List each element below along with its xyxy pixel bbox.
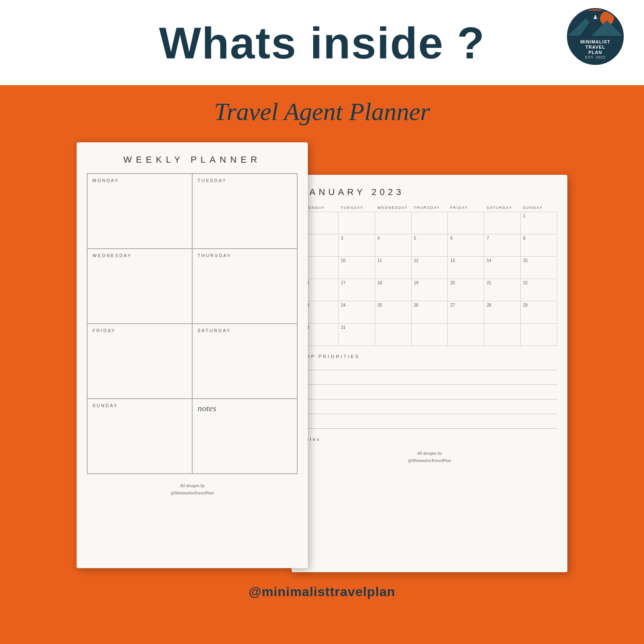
col-sunday: SUNDAY — [521, 204, 557, 212]
monthly-footer: All designs by @MinimalistTravelPlan — [302, 450, 557, 464]
calendar-week-0: 1 — [302, 212, 557, 234]
planners-row: WEEKLY PLANNER MONDAY TUESDAY WEDNESDAY … — [60, 142, 584, 572]
priority-line-2 — [302, 378, 557, 385]
calendar-day-4-5: 28 — [484, 301, 521, 324]
calendar-day-0-1 — [338, 212, 375, 234]
calendar-day-4-1: 24 — [338, 301, 375, 324]
calendar-day-1-5: 7 — [484, 234, 521, 257]
calendar-day-3-1: 17 — [338, 279, 375, 301]
calendar-day-3-2: 18 — [375, 279, 411, 301]
priority-line-1 — [302, 363, 557, 370]
calendar-day-3-3: 19 — [411, 279, 448, 301]
calendar-day-0-6: 1 — [521, 212, 557, 234]
day-monday: MONDAY — [87, 174, 192, 249]
calendar-day-1-4: 6 — [448, 234, 484, 257]
col-saturday: SATURDAY — [484, 204, 521, 212]
calendar-day-3-4: 20 — [448, 279, 484, 301]
day-wednesday: WEDNESDAY — [87, 249, 192, 324]
calendar-day-5-1: 31 — [338, 324, 375, 346]
calendar-day-2-1: 10 — [338, 257, 375, 279]
content-section: Travel Agent Planner WEEKLY PLANNER MOND… — [0, 85, 644, 644]
calendar-day-4-4: 27 — [448, 301, 484, 324]
day-tuesday: TUESDAY — [192, 174, 297, 249]
calendar-day-4-6: 29 — [521, 301, 557, 324]
month-title: JANUARY 2023 — [302, 187, 557, 197]
calendar-day-2-3: 12 — [411, 257, 448, 279]
monthly-footer-line2: @MinimalistTravelPlan — [302, 457, 557, 464]
monthly-footer-line1: All designs by — [302, 450, 557, 457]
notes-title: notes — [302, 437, 557, 442]
calendar-day-4-3: 26 — [411, 301, 448, 324]
col-friday: FRIDAY — [448, 204, 484, 212]
notes-cell: notes — [192, 399, 297, 474]
section-subtitle: Travel Agent Planner — [214, 97, 430, 126]
logo-mountain-graphic — [568, 9, 623, 36]
weekly-footer-line2: @MinimalistTravelPlan — [87, 489, 298, 497]
weekly-footer-line1: All designs by — [87, 482, 298, 489]
day-saturday: SATURDAY — [192, 324, 297, 399]
notes-section: notes — [302, 437, 557, 442]
weekly-footer: All designs by @MinimalistTravelPlan — [87, 482, 298, 496]
col-wednesday: WEDNESDAY — [375, 204, 411, 212]
calendar-day-1-2: 4 — [375, 234, 411, 257]
calendar-day-2-6: 15 — [521, 257, 557, 279]
calendar-week-4: 23242526272829 — [302, 301, 557, 324]
priorities-section: TOP PRIORITIES — [302, 354, 557, 429]
calendar-week-3: 16171819202122 — [302, 279, 557, 301]
calendar-week-1: 2345678 — [302, 234, 557, 257]
priorities-title: TOP PRIORITIES — [302, 354, 557, 359]
monthly-planner-card: JANUARY 2023 MONDAY TUESDAY WEDNESDAY TH… — [292, 175, 567, 572]
calendar-day-2-2: 11 — [375, 257, 411, 279]
calendar-day-5-3 — [411, 324, 448, 346]
calendar-day-2-5: 14 — [484, 257, 521, 279]
day-thursday: THURSDAY — [192, 249, 297, 324]
calendar-week-2: 9101112131415 — [302, 257, 557, 279]
calendar-day-3-6: 22 — [521, 279, 557, 301]
calendar-day-3-5: 21 — [484, 279, 521, 301]
calendar-table: MONDAY TUESDAY WEDNESDAY THURSDAY FRIDAY… — [302, 204, 557, 346]
calendar-day-5-2 — [375, 324, 411, 346]
calendar-day-4-2: 25 — [375, 301, 411, 324]
calendar-day-5-4 — [448, 324, 484, 346]
calendar-week-5: 3031 — [302, 324, 557, 346]
calendar-header-row: MONDAY TUESDAY WEDNESDAY THURSDAY FRIDAY… — [302, 204, 557, 212]
priority-line-5 — [302, 421, 557, 429]
calendar-day-1-1: 3 — [338, 234, 375, 257]
calendar-day-0-3 — [411, 212, 448, 234]
calendar-body: 1234567891011121314151617181920212223242… — [302, 212, 557, 346]
logo-line1: MINIMALIST — [580, 39, 610, 45]
calendar-day-1-3: 5 — [411, 234, 448, 257]
calendar-day-5-6 — [521, 324, 557, 346]
calendar-day-5-5 — [484, 324, 521, 346]
priority-line-4 — [302, 407, 557, 414]
bottom-handle: @minimalisttravelplan — [249, 584, 395, 599]
priority-line-3 — [302, 392, 557, 399]
col-thursday: THURSDAY — [411, 204, 448, 212]
header-section: Whats inside ? MINIMALIST TRAVEL PLAN ES… — [0, 0, 644, 85]
day-sunday: SUNDAY — [87, 399, 192, 474]
col-tuesday: TUESDAY — [338, 204, 375, 212]
logo-text: MINIMALIST TRAVEL PLAN EST. 2022 — [568, 36, 623, 64]
calendar-day-1-6: 8 — [521, 234, 557, 257]
weekly-planner-card: WEEKLY PLANNER MONDAY TUESDAY WEDNESDAY … — [77, 142, 308, 568]
weekly-grid: MONDAY TUESDAY WEDNESDAY THURSDAY FRIDAY… — [87, 173, 298, 474]
day-friday: FRIDAY — [87, 324, 192, 399]
logo-est: EST. 2022 — [585, 55, 606, 60]
calendar-day-0-2 — [375, 212, 411, 234]
priority-lines — [302, 363, 557, 429]
page-title: Whats inside ? — [159, 17, 485, 69]
brand-logo: MINIMALIST TRAVEL PLAN EST. 2022 — [567, 8, 624, 65]
logo-line2: TRAVEL — [585, 45, 605, 50]
calendar-day-2-4: 13 — [448, 257, 484, 279]
logo-line3: PLAN — [588, 50, 602, 55]
weekly-planner-title: WEEKLY PLANNER — [87, 155, 298, 165]
calendar-day-0-4 — [448, 212, 484, 234]
calendar-day-0-5 — [484, 212, 521, 234]
